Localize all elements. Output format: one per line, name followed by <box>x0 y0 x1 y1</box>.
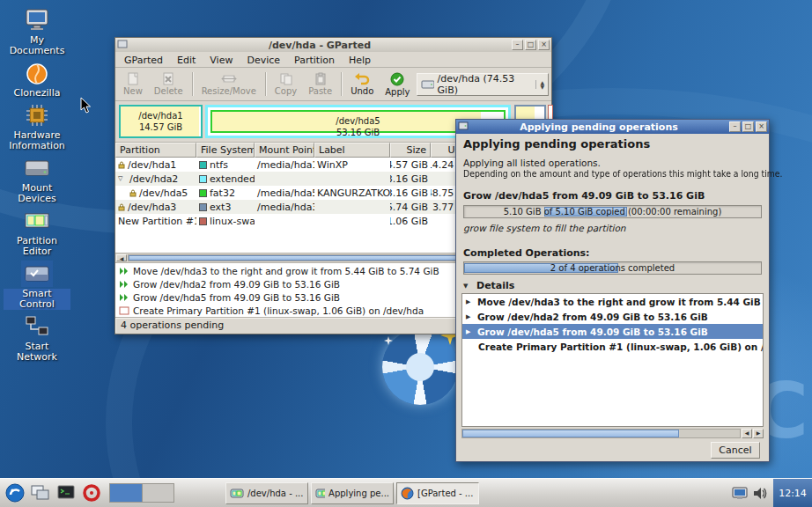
details-hscrollbar[interactable]: ◀ ▶ <box>461 429 764 438</box>
copy-button[interactable]: Copy <box>269 70 302 99</box>
close-button[interactable]: × <box>756 121 767 132</box>
network-icon <box>21 313 53 340</box>
desktop-icon-my-documents[interactable]: My Documents <box>4 7 70 56</box>
taskbar-task-browser[interactable]: [GParted - ... <box>396 482 479 504</box>
chip-icon <box>21 102 53 129</box>
desktop-icon-clonezilla[interactable]: Clonezilla <box>4 60 70 99</box>
col-mountpoint[interactable]: Mount Point <box>255 143 314 158</box>
expander-closed-icon[interactable]: ▶ <box>466 298 474 305</box>
taskbar-task-gparted[interactable]: /dev/hda - ... <box>225 482 308 504</box>
grow-operation-icon <box>119 280 129 289</box>
scroll-left-icon[interactable]: ◀ <box>742 429 752 438</box>
completed-operations-label: Completed Operations: <box>463 247 762 259</box>
dialog-description-line2: Depending on the amount and type of oper… <box>463 169 741 179</box>
fs-color-swatch <box>199 161 207 169</box>
dialog-window-icon <box>458 121 469 133</box>
monitor-icon <box>21 7 53 33</box>
file-manager-launcher[interactable] <box>29 481 52 504</box>
workspace-2[interactable] <box>142 484 174 502</box>
gparted-titlebar[interactable]: /dev/hda - GParted – □ × <box>115 38 551 52</box>
terminal-launcher[interactable] <box>55 481 78 504</box>
grow-operation-icon <box>119 293 129 302</box>
detail-row[interactable]: ▶ Grow /dev/hda2 from 49.09 GiB to 53.16… <box>462 309 763 324</box>
maximize-button[interactable]: □ <box>742 121 754 132</box>
expander-icon[interactable]: ▽ <box>118 175 127 182</box>
combo-spinner-icon[interactable]: ▲▼ <box>535 80 544 89</box>
detail-row-selected[interactable]: ▶ Grow /dev/hda5 from 49.09 GiB to 53.16… <box>462 324 763 339</box>
undo-icon <box>354 72 370 85</box>
fs-color-swatch <box>199 203 207 211</box>
completed-progress-text: 2 of 4 operations completed <box>464 262 761 274</box>
partition-icon <box>21 208 53 234</box>
gparted-task-icon <box>315 488 325 499</box>
paste-button[interactable]: Paste <box>303 70 337 99</box>
screen: C My Documents Clonezilla Hardware Infor… <box>0 0 812 507</box>
workspace-1[interactable] <box>110 484 142 502</box>
detail-row[interactable]: ▶ Move /dev/hda3 to the right and grow i… <box>462 294 763 309</box>
desktop-icon-start-network[interactable]: Start Network <box>4 313 70 363</box>
new-partition-icon <box>119 306 129 315</box>
new-button[interactable]: New <box>118 70 148 99</box>
workspace-pager[interactable] <box>109 483 174 503</box>
desktop-icon-mount-devices[interactable]: Mount Devices <box>4 155 70 204</box>
apply-icon <box>390 72 404 86</box>
apply-button[interactable]: Apply <box>380 70 415 99</box>
menu-partition[interactable]: Partition <box>287 53 342 66</box>
col-filesystem[interactable]: File System <box>196 143 255 158</box>
menu-gparted[interactable]: GParted <box>117 53 170 66</box>
clonezilla-icon <box>21 60 53 86</box>
window-title: Applying pending operations <box>470 121 727 133</box>
toolbar-separator <box>341 72 342 96</box>
expander-open-icon[interactable]: ▼ <box>463 283 472 290</box>
wallpaper-emblem <box>382 329 458 405</box>
detail-row[interactable]: Create Primary Partition #1 (linux-swap,… <box>462 339 763 354</box>
details-expander[interactable]: ▼ Details <box>463 280 762 291</box>
current-operation-label: Grow /dev/hda5 from 49.09 GiB to 53.16 G… <box>463 190 762 202</box>
volume-icon[interactable] <box>753 487 767 500</box>
menu-help[interactable]: Help <box>342 53 378 66</box>
scroll-left-icon[interactable]: ◀ <box>116 254 127 261</box>
expander-closed-icon[interactable]: ▶ <box>466 328 474 335</box>
lock-icon <box>118 203 125 211</box>
col-label[interactable]: Label <box>314 143 390 158</box>
maximize-button[interactable]: □ <box>525 40 536 50</box>
menu-view[interactable]: View <box>203 53 240 66</box>
col-partition[interactable]: Partition <box>115 143 196 158</box>
system-tray <box>732 487 771 500</box>
desktop-icon-smart-control[interactable]: Smart Control <box>4 261 70 310</box>
toolbar-separator <box>192 72 193 96</box>
col-size[interactable]: Size <box>390 143 431 158</box>
desktop-icon-partition-editor[interactable]: Partition Editor <box>4 208 70 257</box>
partition-box-hda1[interactable]: /dev/hda1 14.57 GiB <box>119 105 203 138</box>
expander-closed-icon[interactable]: ▶ <box>466 313 474 320</box>
taskbar-task-applying[interactable]: Applying pe... <box>311 482 394 504</box>
cancel-button[interactable]: Cancel <box>711 442 760 459</box>
scrollbar-thumb[interactable] <box>462 430 679 437</box>
display-tray-icon[interactable] <box>732 487 748 500</box>
clock[interactable]: 12:14 <box>773 479 812 507</box>
menu-device[interactable]: Device <box>240 53 287 66</box>
undo-button[interactable]: Undo <box>345 70 379 99</box>
menubar: GParted Edit View Device Partition Help <box>115 52 551 68</box>
dialog-heading: Applying pending operations <box>463 137 762 151</box>
start-menu-button[interactable] <box>4 481 26 504</box>
close-button[interactable]: × <box>538 40 550 50</box>
grow-operation-icon <box>119 267 129 276</box>
disc-burner-launcher[interactable] <box>80 481 103 504</box>
delete-button[interactable]: Delete <box>149 70 188 99</box>
hard-drive-icon <box>421 79 434 90</box>
menu-edit[interactable]: Edit <box>170 53 203 66</box>
gparted-task-icon <box>230 488 244 499</box>
minimize-button[interactable]: – <box>729 121 741 132</box>
copy-progress-text: 5.10 GiB of 5.10 GiB copied (00:00:00 re… <box>464 206 761 217</box>
dialog-titlebar[interactable]: Applying pending operations – □ × <box>456 120 769 134</box>
browser-icon <box>401 487 414 500</box>
details-list: ▶ Move /dev/hda3 to the right and grow i… <box>461 293 764 427</box>
desktop-icon-hardware-information[interactable]: Hardware Information <box>4 102 70 151</box>
smart-drive-icon <box>21 261 53 287</box>
pending-operations-count: 4 operations pending <box>121 320 224 331</box>
scroll-right-icon[interactable]: ▶ <box>753 429 764 438</box>
device-selector[interactable]: /dev/hda (74.53 GiB) ▲▼ <box>417 73 550 96</box>
minimize-button[interactable]: – <box>512 40 523 50</box>
resize-move-button[interactable]: Resize/Move <box>196 70 262 99</box>
